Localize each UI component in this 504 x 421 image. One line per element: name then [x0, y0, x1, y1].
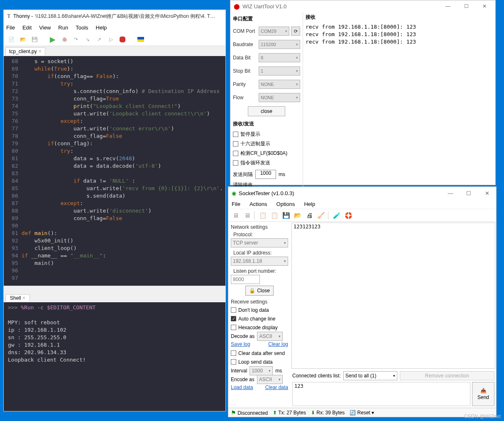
hexdisplay-checkbox[interactable] — [231, 325, 236, 330]
loopsend-checkbox[interactable] — [231, 359, 236, 365]
stop-icon[interactable] — [118, 35, 127, 44]
baudrate-select[interactable]: 115200 — [259, 40, 300, 49]
send-button[interactable]: 📤Send — [472, 382, 494, 406]
remove-connection-button[interactable]: Remove connection — [400, 371, 494, 380]
flow-select[interactable]: NONE — [259, 93, 300, 102]
svg-rect-2 — [137, 39, 144, 42]
close-button[interactable]: ✕ — [478, 187, 496, 199]
com-port-select[interactable]: COM29 — [259, 27, 289, 36]
menu-tools[interactable]: Tools — [76, 24, 88, 31]
crlf-checkbox[interactable] — [233, 151, 238, 156]
clear-data-link[interactable]: Clear data — [265, 384, 288, 390]
resume-icon[interactable]: ▷ — [107, 35, 115, 44]
close-button[interactable]: 🔒Close — [245, 286, 274, 296]
step-out-icon[interactable]: ↗ — [95, 35, 103, 44]
load-data-link[interactable]: Load data — [231, 384, 253, 390]
refresh-icon[interactable]: ⟳ — [291, 27, 300, 36]
debug-icon[interactable]: 🐞 — [60, 35, 69, 44]
shell-output: MPY: soft reboot ip : 192.168.1.102 sn :… — [8, 319, 86, 363]
menu-view[interactable]: View — [39, 24, 51, 31]
copy-icon[interactable]: 📋 — [258, 211, 267, 220]
protocol-select[interactable]: TCP server — [231, 238, 288, 247]
help-icon[interactable]: 🛟 — [344, 211, 353, 220]
new-file-icon[interactable]: 📄 — [7, 35, 15, 44]
hex-checkbox[interactable] — [233, 141, 238, 147]
code-area[interactable]: s = socket() while(True): if(conn_flag==… — [21, 56, 225, 286]
thonny-title-app: Thonny - — [13, 13, 33, 19]
dontlog-checkbox[interactable] — [231, 307, 236, 313]
rx-tx-header: 接收/发送 — [233, 119, 300, 129]
save-icon[interactable]: 💾 — [30, 35, 39, 44]
lock-icon: 🔒 — [249, 288, 255, 294]
port-input[interactable]: 8000 — [231, 275, 260, 284]
flask-icon[interactable]: 🧪 — [332, 211, 341, 220]
ip-select[interactable]: 192.168.1.18 — [231, 257, 288, 266]
menu-help[interactable]: Help — [304, 201, 315, 207]
sock-menubar: File Actions Options Help — [228, 199, 496, 209]
shell-tabbar: Shell × — [4, 293, 225, 302]
stopbit-select[interactable]: 1 — [259, 66, 300, 76]
interval-input[interactable]: 1000 — [255, 170, 276, 179]
open-icon[interactable]: 📂 — [293, 211, 302, 220]
open-file-icon[interactable]: 📂 — [19, 35, 27, 44]
clients-select[interactable]: Send to all (1) — [343, 371, 397, 380]
step-into-icon[interactable]: ↘ — [83, 35, 92, 44]
send-icon: 📤 — [480, 388, 487, 394]
connect-icon[interactable]: 🖥 — [231, 211, 240, 220]
thonny-toolbar: 📄 📂 💾 ▶ 🐞 ↷ ↘ ↗ ▷ — [4, 33, 225, 46]
menu-actions[interactable]: Actions — [250, 201, 267, 207]
serial-config-header: 串口配置 — [233, 14, 300, 24]
minimize-button[interactable]: — — [441, 187, 460, 199]
line-gutter: 68 69 70 71 72 73 74 75 76 77 78 79 80 8… — [4, 56, 21, 286]
watermark: CSDN @WIZnet — [464, 414, 501, 419]
print-icon[interactable]: 🖨 — [305, 211, 314, 220]
send-textarea[interactable]: 123 — [292, 382, 470, 406]
menu-options[interactable]: Options — [276, 201, 295, 207]
pause-checkbox[interactable] — [233, 132, 238, 137]
menu-file[interactable]: File — [6, 24, 15, 31]
clearaftersend-checkbox[interactable] — [231, 350, 236, 356]
tab-shell[interactable]: Shell × — [5, 294, 30, 301]
sock-icon: ◉ — [232, 190, 236, 196]
disconnect-icon[interactable]: 🖥 — [242, 211, 252, 220]
parity-select[interactable]: NONE — [259, 80, 300, 89]
tab-tcp-client[interactable]: tcp_client.py× — [5, 47, 45, 55]
menu-edit[interactable]: Edit — [22, 24, 32, 31]
thonny-menubar: File Edit View Run Tools Help — [4, 22, 225, 33]
decode-select[interactable]: ASCII — [257, 332, 283, 341]
minimize-button[interactable]: — — [439, 0, 457, 12]
paste-icon[interactable]: 📋 — [270, 211, 279, 220]
sock-right-panel: 123123123 Connected clients list: Send t… — [291, 222, 496, 408]
run-icon[interactable]: ▶ — [49, 35, 57, 44]
uart-title: WIZ UartTool V1.0 — [242, 3, 286, 10]
maximize-button[interactable]: ☐ — [460, 187, 478, 199]
save-log-link[interactable]: Save log — [231, 341, 250, 347]
autoline-checkbox[interactable]: ✓ — [231, 316, 236, 321]
step-over-icon[interactable]: ↷ — [72, 35, 80, 44]
clear-icon[interactable]: 🧹 — [316, 211, 325, 220]
sockettester-window: ◉SocketTester (v1.0.0.3) — ☐ ✕ File Acti… — [228, 186, 497, 417]
close-port-button[interactable]: close — [248, 106, 285, 116]
loop-checkbox[interactable] — [233, 160, 238, 166]
encode-select[interactable]: ASCII — [257, 375, 283, 384]
reset-button[interactable]: 🔄 Reset ▾ — [350, 410, 374, 416]
menu-run[interactable]: Run — [58, 24, 68, 31]
save-icon[interactable]: 💾 — [281, 211, 291, 220]
databit-select[interactable]: 8 — [259, 53, 300, 62]
editor-hscroll[interactable] — [4, 286, 225, 293]
flag-icon: ⚑ — [231, 409, 236, 416]
menu-file[interactable]: File — [232, 201, 240, 207]
close-icon[interactable]: × — [39, 49, 42, 54]
code-editor[interactable]: 68 69 70 71 72 73 74 75 76 77 78 79 80 8… — [4, 56, 225, 286]
shell-area[interactable]: >>> %Run -c $EDITOR_CONTENT MPY: soft re… — [4, 302, 225, 411]
recv-textarea[interactable]: 123123123 — [291, 223, 495, 369]
thonny-window: 𝕋 Thonny - \\192.168.1.66\share\AA-WIZne… — [3, 10, 226, 411]
svg-rect-1 — [137, 37, 144, 39]
close-button[interactable]: ✕ — [475, 0, 494, 12]
uart-recv-area[interactable]: recv from 192.168.1.18:[8000]: 123 recv … — [303, 22, 495, 190]
clear-log-link[interactable]: Clear log — [268, 341, 288, 347]
menu-help[interactable]: Help — [96, 24, 107, 31]
maximize-button[interactable]: ☐ — [457, 0, 475, 12]
interval-spin[interactable]: 1000 — [250, 366, 273, 375]
uart-titlebar: ⬤WIZ UartTool V1.0 — ☐ ✕ — [230, 0, 495, 12]
